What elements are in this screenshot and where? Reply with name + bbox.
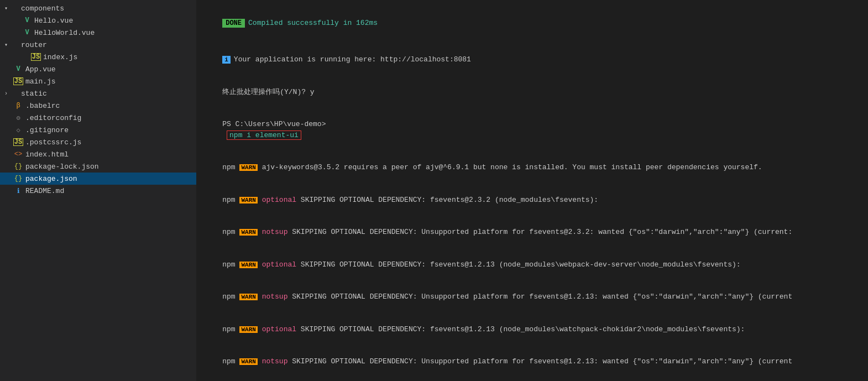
prompt-text-1: PS C:\Users\HP\vue-demo> <box>222 120 326 128</box>
sidebar-item-label: README.md <box>25 187 64 195</box>
sidebar-item-label: components <box>21 4 64 13</box>
vue-icon: V <box>13 65 23 73</box>
sidebar-item-gitignore[interactable]: ◇ .gitignore <box>0 124 196 136</box>
sidebar-item-label: .editorconfig <box>25 114 81 122</box>
warn-badge: WARN <box>239 164 257 171</box>
chevron-down-icon: ▾ <box>4 41 8 48</box>
json-icon: {} <box>13 175 23 182</box>
warn-line-7: npm WARN notsup SKIPPING OPTIONAL DEPEND… <box>205 346 859 378</box>
terminal-panel: DONECompiled successfully in 162ms iYour… <box>196 0 868 381</box>
sidebar-item-helloworld-vue[interactable]: V HelloWorld.vue <box>0 27 196 39</box>
vue-icon: V <box>22 29 32 36</box>
warn-line-2: npm WARN optional SKIPPING OPTIONAL DEPE… <box>205 184 859 216</box>
sidebar-item-app-vue[interactable]: V App.vue <box>0 63 196 75</box>
sidebar-item-router-index-js[interactable]: JS index.js <box>0 51 196 63</box>
sidebar-item-label: index.js <box>43 53 77 61</box>
sidebar-item-main-js[interactable]: JS main.js <box>0 75 196 87</box>
js-icon: JS <box>31 53 41 61</box>
vue-icon: V <box>22 17 32 24</box>
warn-badge: WARN <box>239 229 257 236</box>
sidebar: ▾ components V Hello.vue V HelloWorld.vu… <box>0 0 196 381</box>
stop-batch-text: 终止批处理操作吗(Y/N)? y <box>222 88 314 96</box>
sidebar-item-label: package-lock.json <box>25 163 99 171</box>
running-line: iYour application is running here: http:… <box>205 44 859 76</box>
done-badge: DONE <box>222 19 245 28</box>
warn-badge: WARN <box>239 358 257 365</box>
warn-badge: WARN <box>239 326 257 333</box>
info-badge: i <box>222 56 231 64</box>
sidebar-item-label: HelloWorld.vue <box>34 29 95 37</box>
compiled-line: DONECompiled successfully in 162ms <box>205 7 859 39</box>
sidebar-item-components[interactable]: ▾ components <box>0 2 196 14</box>
warn-line-3: npm WARN notsup SKIPPING OPTIONAL DEPEND… <box>205 216 859 249</box>
chevron-right-icon: › <box>4 91 8 97</box>
sidebar-item-postcssrc-js[interactable]: JS .postcssrc.js <box>0 136 196 148</box>
json-icon: {} <box>13 163 23 170</box>
npm-command: npm i element-ui <box>227 131 301 140</box>
sidebar-item-label: static <box>21 90 47 98</box>
sidebar-item-label: main.js <box>25 77 56 86</box>
warn-line-6: npm WARN optional SKIPPING OPTIONAL DEPE… <box>205 313 859 346</box>
sidebar-item-label: App.vue <box>25 65 56 74</box>
babelrc-icon: β <box>13 102 23 109</box>
sidebar-item-label: package.json <box>25 175 77 183</box>
sidebar-item-editorconfig[interactable]: ⚙ .editorconfig <box>0 112 196 124</box>
sidebar-item-label: .gitignore <box>25 126 69 134</box>
stop-batch-line: 终止批处理操作吗(Y/N)? y <box>205 76 859 108</box>
sidebar-item-label: .postcssrc.js <box>25 138 81 147</box>
sidebar-item-readme-md[interactable]: ℹ README.md <box>0 185 196 197</box>
sidebar-item-package-json[interactable]: {} package.json <box>0 173 196 185</box>
warn-badge: WARN <box>239 197 257 203</box>
sidebar-item-index-html[interactable]: <> index.html <box>0 148 196 160</box>
chevron-down-icon: ▾ <box>4 5 8 12</box>
warn-line-5: npm WARN notsup SKIPPING OPTIONAL DEPEND… <box>205 281 859 314</box>
sidebar-item-babelrc[interactable]: β .babelrc <box>0 100 196 112</box>
sidebar-item-static[interactable]: › static <box>0 87 196 100</box>
editorconfig-icon: ⚙ <box>13 114 23 122</box>
sidebar-item-package-lock-json[interactable]: {} package-lock.json <box>0 160 196 173</box>
npm-command-line: PS C:\Users\HP\vue-demo> npm i element-u… <box>205 108 859 152</box>
compiled-text: Compiled successfully in 162ms <box>248 19 378 27</box>
running-text: Your application is running here: http:/… <box>234 55 471 64</box>
sidebar-item-label: Hello.vue <box>34 17 73 25</box>
warn-badge: WARN <box>239 262 257 268</box>
readme-icon: ℹ <box>13 187 23 195</box>
warn-line-4: npm WARN optional SKIPPING OPTIONAL DEPE… <box>205 248 859 281</box>
js-icon: JS <box>13 138 23 146</box>
html-icon: <> <box>13 150 23 158</box>
sidebar-item-router[interactable]: ▾ router <box>0 39 196 51</box>
sidebar-item-label: index.html <box>25 150 69 159</box>
sidebar-item-label: router <box>21 41 47 49</box>
gitignore-icon: ◇ <box>13 126 23 134</box>
warn-line-1: npm WARN ajv-keywords@3.5.2 requires a p… <box>205 152 859 184</box>
js-icon: JS <box>13 77 23 85</box>
warn-badge: WARN <box>239 294 257 300</box>
sidebar-item-hello-vue[interactable]: V Hello.vue <box>0 14 196 27</box>
sidebar-item-label: .babelrc <box>25 102 60 110</box>
